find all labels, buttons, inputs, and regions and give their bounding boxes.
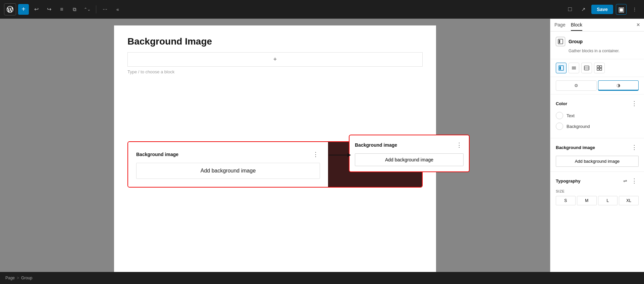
typography-header: Typography ⇌ ⋮ — [556, 176, 639, 185]
callout-more-button[interactable]: ⋮ — [455, 141, 464, 149]
filter-icon: ⇌ — [623, 178, 627, 184]
sidebar-add-bg-button[interactable]: Add background image — [556, 156, 639, 167]
settings-icon: ⚙ — [574, 83, 578, 88]
sidebar-close-button[interactable]: × — [636, 21, 640, 28]
connector-line — [329, 155, 349, 155]
chevron-button[interactable]: ⌃⌄ — [82, 4, 93, 15]
sidebar-tabs: Page Block × — [550, 19, 644, 31]
view-button[interactable]: □ — [565, 4, 575, 15]
type-hint: Type / to choose a block — [127, 69, 423, 74]
toolbar: + ↩ ↪ ≡ ⧉ ⌃⌄ ⋯ « □ ↗ Save ▣ ⋮ — [0, 0, 644, 19]
sidebar-tab-group: Page Block — [554, 22, 582, 31]
svg-rect-5 — [572, 68, 576, 68]
callout-title: Background image — [355, 142, 397, 148]
more-options-button[interactable]: ⋯ — [100, 4, 110, 15]
bg-image-more-button[interactable]: ⋮ — [311, 150, 320, 159]
block-tool-grid[interactable] — [594, 63, 605, 73]
block-settings-toggle[interactable]: ▣ — [616, 4, 627, 15]
block-name: Group — [569, 39, 583, 44]
canvas-area: Background Image + Type / to choose a bl… — [0, 19, 550, 272]
svg-rect-10 — [600, 66, 602, 68]
bg-image-label: Background image — [136, 152, 178, 157]
block-header: Group Gather blocks in a container. — [550, 31, 644, 59]
callout-box: Background image ⋮ Add background image — [349, 135, 470, 172]
save-button[interactable]: Save — [591, 5, 613, 14]
block-tool-group[interactable] — [556, 63, 567, 73]
color-section: Color ⋮ Text Background — [550, 94, 644, 138]
color-text-label: Text — [567, 113, 575, 118]
size-s[interactable]: S — [556, 196, 576, 205]
block-tool-justify[interactable] — [581, 63, 592, 73]
style-icon: ◑ — [616, 83, 620, 88]
callout-add-button[interactable]: Add background image — [355, 153, 464, 166]
block-icon — [556, 37, 565, 46]
svg-rect-11 — [597, 68, 599, 70]
svg-rect-9 — [597, 66, 599, 68]
add-block-button[interactable]: + — [18, 4, 29, 15]
typography-title: Typography — [556, 179, 580, 184]
color-section-header: Color ⋮ — [556, 99, 639, 108]
size-m[interactable]: M — [577, 196, 597, 205]
right-sidebar: Page Block × Group Gather blocks in a co… — [550, 19, 644, 272]
typography-more[interactable]: ⋮ — [630, 176, 639, 185]
typography-controls: ⇌ ⋮ — [623, 176, 639, 185]
bg-image-label-row: Background image ⋮ — [136, 150, 320, 159]
main-layout: Background Image + Type / to choose a bl… — [0, 19, 644, 272]
toolbar-more-button[interactable]: ⋮ — [629, 4, 640, 15]
svg-rect-3 — [559, 66, 561, 70]
copy-button[interactable]: ⧉ — [69, 4, 80, 15]
add-bg-image-button[interactable]: Add background image — [136, 163, 320, 179]
svg-rect-1 — [559, 40, 560, 43]
tab-block[interactable]: Block — [571, 22, 582, 31]
bg-image-sidebar-section: Background image ⋮ Add background image — [550, 138, 644, 172]
canvas-document: Background Image + Type / to choose a bl… — [114, 25, 436, 272]
svg-rect-6 — [572, 69, 576, 70]
toolbar-left: + ↩ ↪ ≡ ⧉ ⌃⌄ ⋯ « — [4, 3, 123, 15]
svg-rect-12 — [600, 68, 602, 70]
style-tab-btn[interactable]: ◑ — [598, 80, 639, 91]
breadcrumb-separator: > — [17, 276, 19, 280]
style-settings-toggle: ⚙ ◑ — [550, 77, 644, 94]
breadcrumb-page[interactable]: Page — [5, 276, 15, 280]
undo-button[interactable]: ↩ — [31, 4, 42, 15]
text-color-swatch — [556, 112, 563, 119]
size-label: SIZE — [556, 189, 639, 193]
block-tools — [550, 59, 644, 77]
breadcrumb-bar: Page > Group — [0, 272, 644, 284]
size-xl[interactable]: XL — [619, 196, 639, 205]
bg-color-swatch — [556, 123, 563, 130]
callout-header: Background image ⋮ — [355, 141, 464, 149]
bg-image-sidebar-title: Background image — [556, 145, 595, 150]
block-tool-align[interactable] — [569, 63, 579, 73]
settings-tab-btn[interactable]: ⚙ — [556, 80, 597, 91]
block-desc: Gather blocks in a container. — [569, 49, 620, 53]
color-section-more[interactable]: ⋮ — [630, 99, 639, 108]
toolbar-divider — [96, 5, 96, 13]
color-bg-item[interactable]: Background — [556, 123, 639, 130]
tab-page[interactable]: Page — [554, 22, 566, 31]
wordpress-logo[interactable] — [4, 3, 16, 15]
color-bg-label: Background — [567, 124, 590, 129]
color-text-item[interactable]: Text — [556, 112, 639, 119]
svg-rect-4 — [572, 67, 576, 67]
bg-image-sidebar-more[interactable]: ⋮ — [630, 143, 639, 152]
breadcrumb-current: Group — [21, 276, 32, 280]
size-l[interactable]: L — [598, 196, 618, 205]
list-view-button[interactable]: ≡ — [56, 4, 67, 15]
page-title: Background Image — [127, 36, 423, 47]
size-buttons: S M L XL — [556, 196, 639, 205]
collapse-button[interactable]: « — [112, 4, 123, 15]
typography-section: Typography ⇌ ⋮ SIZE S M L XL — [550, 172, 644, 210]
group-block-left: Background image ⋮ Add background image — [128, 142, 328, 187]
share-button[interactable]: ↗ — [578, 4, 589, 15]
group-block-wrapper: Background image ⋮ Add background image — [127, 141, 423, 188]
color-section-title: Color — [556, 101, 567, 106]
add-block-empty[interactable]: + — [127, 52, 423, 67]
block-name-row: Group — [556, 37, 639, 46]
callout-wrapper: Background image ⋮ Add background image — [349, 135, 470, 172]
redo-button[interactable]: ↪ — [44, 4, 54, 15]
connector-arrow — [347, 153, 351, 157]
toolbar-right: □ ↗ Save ▣ ⋮ — [565, 4, 640, 15]
bg-image-sidebar-header: Background image ⋮ — [556, 143, 639, 152]
